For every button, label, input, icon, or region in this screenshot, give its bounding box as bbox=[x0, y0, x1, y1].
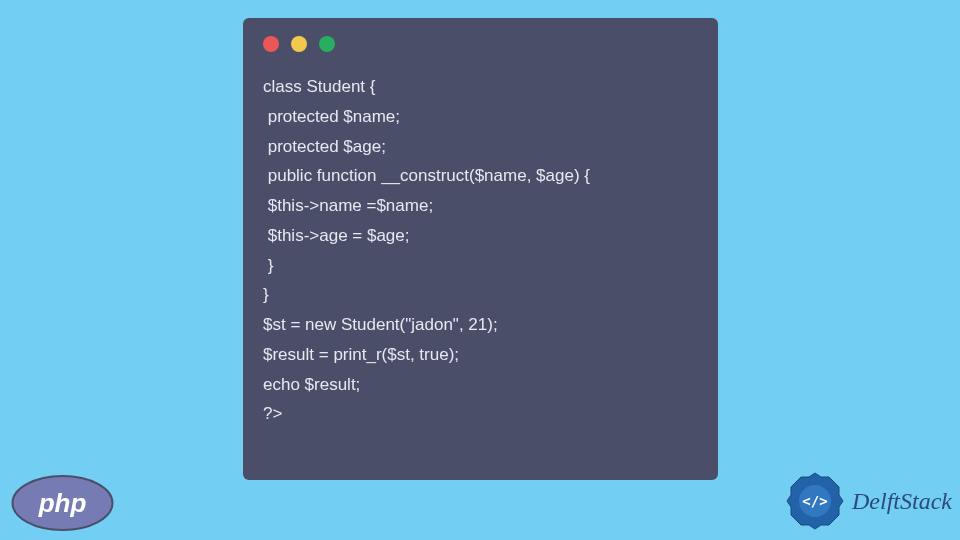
php-logo: php bbox=[10, 474, 115, 532]
code-line: ?> bbox=[263, 404, 282, 423]
code-line: } bbox=[263, 256, 273, 275]
code-line: public function __construct($name, $age)… bbox=[263, 166, 590, 185]
svg-text:</>: </> bbox=[802, 493, 827, 509]
code-line: $st = new Student("jadon", 21); bbox=[263, 315, 498, 334]
svg-text:php: php bbox=[38, 488, 87, 518]
code-line: $this->name =$name; bbox=[263, 196, 433, 215]
code-line: protected $age; bbox=[263, 137, 386, 156]
minimize-icon bbox=[291, 36, 307, 52]
code-window: class Student { protected $name; protect… bbox=[243, 18, 718, 480]
code-content: class Student { protected $name; protect… bbox=[263, 72, 698, 429]
code-line: class Student { bbox=[263, 77, 375, 96]
delft-logo: </> DelftStack bbox=[784, 470, 952, 532]
code-line: $result = print_r($st, true); bbox=[263, 345, 459, 364]
delft-brand-text: DelftStack bbox=[852, 488, 952, 515]
code-line: } bbox=[263, 285, 269, 304]
php-logo-icon: php bbox=[10, 474, 115, 532]
code-line: $this->age = $age; bbox=[263, 226, 410, 245]
code-line: protected $name; bbox=[263, 107, 400, 126]
maximize-icon bbox=[319, 36, 335, 52]
close-icon bbox=[263, 36, 279, 52]
delft-gear-icon: </> bbox=[784, 470, 846, 532]
code-line: echo $result; bbox=[263, 375, 360, 394]
window-controls bbox=[263, 36, 698, 52]
